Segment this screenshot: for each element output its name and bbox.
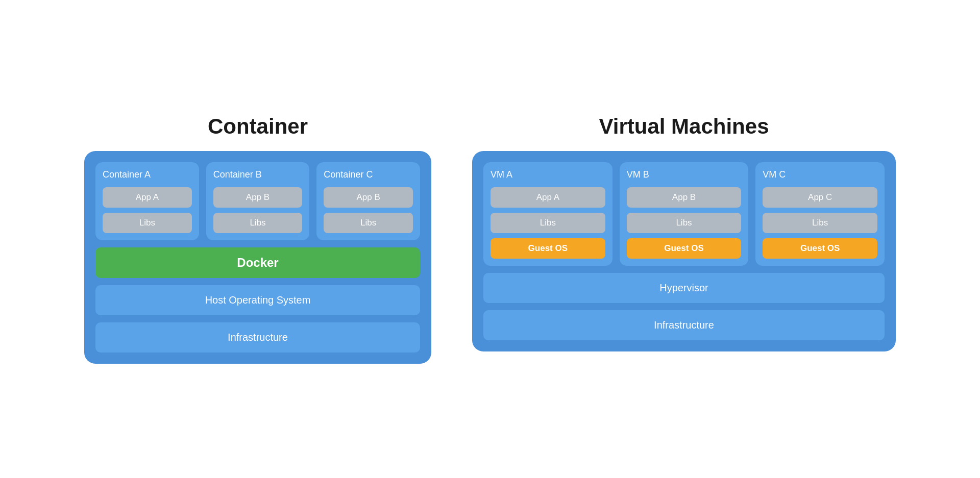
vm-b-guest-os: Guest OS [627,238,742,259]
containers-row: Container A App A Libs Container B App B… [95,162,420,240]
container-b-libs: Libs [213,213,303,233]
vm-c-box: VM C App C Libs Guest OS [755,162,885,266]
vm-outer-box: VM A App A Libs Guest OS VM B App B Libs… [472,151,896,351]
vm-c-app: App C [763,187,877,208]
container-c-app: App B [324,187,413,208]
docker-bar: Docker [95,247,420,278]
vm-section: Virtual Machines VM A App A Libs Guest O… [472,114,896,351]
vm-b-libs: Libs [627,213,742,233]
vm-a-app: App A [491,187,605,208]
vm-c-guest-os: Guest OS [763,238,877,259]
hypervisor-bar: Hypervisor [483,273,885,303]
vm-a-libs: Libs [491,213,605,233]
vm-c-libs: Libs [763,213,877,233]
container-a-libs: Libs [103,213,192,233]
vm-c-label: VM C [763,169,877,180]
container-infrastructure-bar: Infrastructure [95,322,420,353]
container-a-label: Container A [103,169,192,180]
container-outer-box: Container A App A Libs Container B App B… [84,151,431,364]
container-a-app: App A [103,187,192,208]
page-wrapper: Container Container A App A Libs Contain… [0,94,980,384]
container-c-libs: Libs [324,213,413,233]
container-b-label: Container B [213,169,303,180]
vm-infrastructure-bar: Infrastructure [483,310,885,340]
container-c-label: Container C [324,169,413,180]
vm-title: Virtual Machines [599,114,769,139]
container-title: Container [208,114,308,139]
host-os-bar: Host Operating System [95,285,420,315]
container-a-box: Container A App A Libs [95,162,199,240]
container-section: Container Container A App A Libs Contain… [84,114,431,364]
container-b-app: App B [213,187,303,208]
vm-a-guest-os: Guest OS [491,238,605,259]
vms-row: VM A App A Libs Guest OS VM B App B Libs… [483,162,885,266]
vm-b-app: App B [627,187,742,208]
vm-a-label: VM A [491,169,605,180]
container-c-box: Container C App B Libs [316,162,420,240]
vm-b-box: VM B App B Libs Guest OS [620,162,749,266]
vm-b-label: VM B [627,169,742,180]
container-b-box: Container B App B Libs [206,162,310,240]
vm-a-box: VM A App A Libs Guest OS [483,162,612,266]
